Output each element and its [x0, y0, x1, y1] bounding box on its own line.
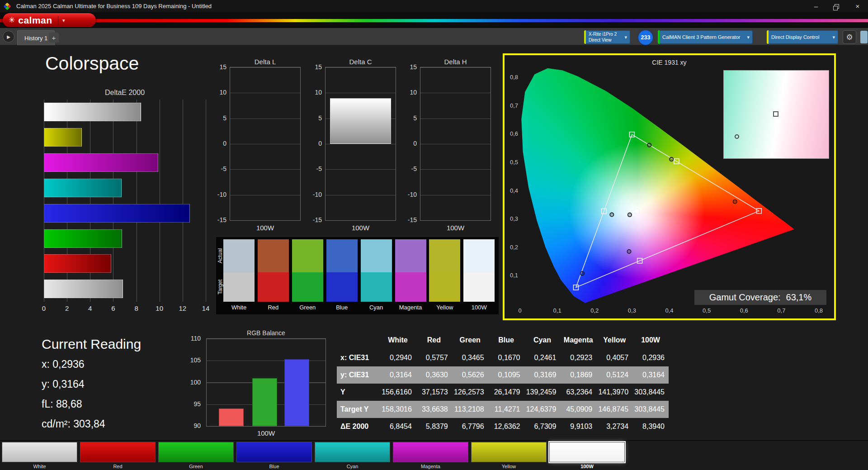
delta-h-title: Delta H: [420, 58, 491, 66]
window-title: Calman 2025 Calman Ultimate for Business…: [16, 3, 212, 9]
pattern-label: White: [2, 464, 77, 469]
side-panel-handle[interactable]: [860, 31, 868, 43]
pattern-swatch: [315, 442, 390, 462]
actual-swatch: [292, 239, 323, 272]
table-cell: 3,2734: [596, 423, 632, 431]
deltae-xtick: 10: [156, 304, 163, 312]
chevron-down-icon: ▾: [747, 34, 750, 40]
measured-marker: [627, 250, 631, 253]
white-measured-marker: [735, 134, 739, 139]
restore-icon: [835, 4, 839, 9]
gamut-coverage-label: Gamut Coverage:: [709, 292, 781, 303]
display-control-dropdown[interactable]: Direct Display Control ▾: [767, 30, 838, 44]
delta-ytick: 5: [395, 114, 417, 122]
table-cell: 0,1095: [488, 371, 524, 379]
pattern-button-white[interactable]: White: [2, 442, 77, 469]
measured-marker: [580, 271, 584, 275]
delta-ytick: 10: [300, 89, 322, 96]
meter-count-badge[interactable]: 233: [638, 30, 653, 45]
target-swatch: [292, 272, 323, 302]
rgb-balance-xlabel: 100W: [206, 429, 326, 437]
rgb-balance-y-axis: 1101051009590: [180, 338, 203, 427]
table-header-cell: Magenta: [560, 336, 596, 344]
delta-c-xlabel: 100W: [325, 224, 396, 232]
deltae-xtick: 4: [88, 304, 92, 312]
deltae-x-axis: 02468101214: [44, 304, 206, 313]
rgb-ytick: 90: [180, 422, 201, 429]
swatch-label: Red: [258, 304, 289, 311]
cie-xtick: 0,7: [774, 307, 788, 314]
cie-xtick: 0,2: [588, 307, 601, 314]
reading-y: y: 0,3164: [42, 378, 85, 390]
restore-button[interactable]: [826, 0, 847, 12]
table-row-label: x: CIE31: [337, 354, 380, 362]
swatch-column-100w: 100W: [463, 239, 495, 311]
delta-ytick: 10: [205, 89, 226, 96]
meter-dropdown[interactable]: X-Rite i1Pro 2 Direct View ▾: [584, 30, 630, 44]
table-cell: 0,3630: [416, 371, 452, 379]
cie-ytick: 0,4: [505, 187, 518, 194]
cie-ytick: 0,6: [505, 130, 518, 137]
minimize-button[interactable]: –: [806, 0, 826, 12]
add-tab-button[interactable]: +: [49, 33, 59, 43]
deltae-xtick: 12: [179, 304, 187, 312]
pattern-button-100w[interactable]: 100W: [549, 442, 625, 469]
reading-cdm2: cd/m²: 303,84: [42, 418, 105, 430]
white-target-marker: [773, 111, 778, 117]
pattern-button-red[interactable]: Red: [80, 442, 156, 469]
settings-gear-button[interactable]: ⚙: [843, 30, 856, 44]
pattern-label: Green: [158, 464, 234, 469]
table-cell: 0,1869: [560, 371, 596, 379]
pattern-swatch: [236, 442, 312, 462]
deltae-bar-yellow: [44, 128, 82, 147]
pattern-button-magenta[interactable]: Magenta: [393, 442, 468, 469]
table-row-label: y: CIE31: [337, 371, 380, 379]
pattern-generator-dropdown[interactable]: CalMAN Client 3 Pattern Generator ▾: [658, 30, 753, 44]
cie-xtick: 0,3: [625, 307, 639, 314]
cie-xtick: 0,4: [663, 307, 676, 314]
pattern-button-green[interactable]: Green: [158, 442, 234, 469]
delta-ytick: 5: [205, 114, 226, 122]
table-cell: 0,5124: [596, 371, 632, 379]
table-row: y: CIE310,31640,36300,56260,10950,31690,…: [337, 366, 669, 384]
pattern-label: 100W: [549, 464, 625, 469]
chevron-down-icon: ▾: [624, 34, 627, 40]
deltae-xtick: 2: [65, 304, 69, 312]
pattern-bar: WhiteRedGreenBlueCyanMagentaYellow100W ▲…: [0, 440, 868, 470]
table-row: ΔE 20006,84545,83796,779612,63626,73099,…: [337, 418, 669, 435]
table-header-cell: Cyan: [524, 336, 561, 344]
calman-menu-button[interactable]: ✳ calman ▾: [3, 13, 96, 27]
target-swatch: [361, 272, 392, 302]
history-panel-button[interactable]: ▶: [3, 31, 14, 43]
table-cell: 0,2923: [560, 354, 596, 362]
pattern-button-cyan[interactable]: Cyan: [315, 442, 390, 469]
rgb-balance-title: RGB Balance: [206, 329, 326, 337]
table-header-cell: White: [380, 336, 416, 344]
close-button[interactable]: ×: [847, 0, 868, 12]
cie-ytick: 0,8: [505, 74, 518, 81]
actual-swatch: [395, 239, 426, 272]
reading-x: x: 0,2936: [42, 358, 85, 370]
swatch-column-yellow: Yellow: [429, 239, 460, 311]
deltae-xtick: 0: [42, 304, 46, 312]
page-title: Colorspace: [45, 54, 139, 73]
chevron-down-icon: ▾: [832, 34, 835, 40]
swatch-label: Green: [292, 304, 323, 311]
rgb-ytick: 110: [180, 335, 201, 342]
logo-divider: [58, 16, 58, 25]
delta-ytick: -5: [395, 165, 417, 172]
table-header-cell: Blue: [488, 336, 524, 344]
current-reading-title: Current Reading: [42, 337, 141, 352]
pattern-button-blue[interactable]: Blue: [236, 442, 312, 469]
delta-ytick: 15: [205, 63, 226, 71]
cie-ytick: 0,2: [505, 244, 518, 251]
gamut-coverage-value: 63,1%: [786, 292, 812, 303]
pattern-label: Yellow: [471, 464, 547, 469]
cie-1931-panel: CIE 1931 xy 0,80,70,60,50,40,30,20,100,1…: [503, 53, 836, 320]
pattern-button-yellow[interactable]: Yellow: [471, 442, 547, 469]
tab-bar: ▶ History 1 + X-Rite i1Pro 2 Direct View…: [0, 28, 868, 45]
delta-ytick: -15: [205, 216, 226, 223]
deltae-xtick: 8: [134, 304, 138, 312]
cie-xtick: 0,1: [551, 307, 564, 314]
cie-ytick: 0,3: [505, 215, 518, 222]
